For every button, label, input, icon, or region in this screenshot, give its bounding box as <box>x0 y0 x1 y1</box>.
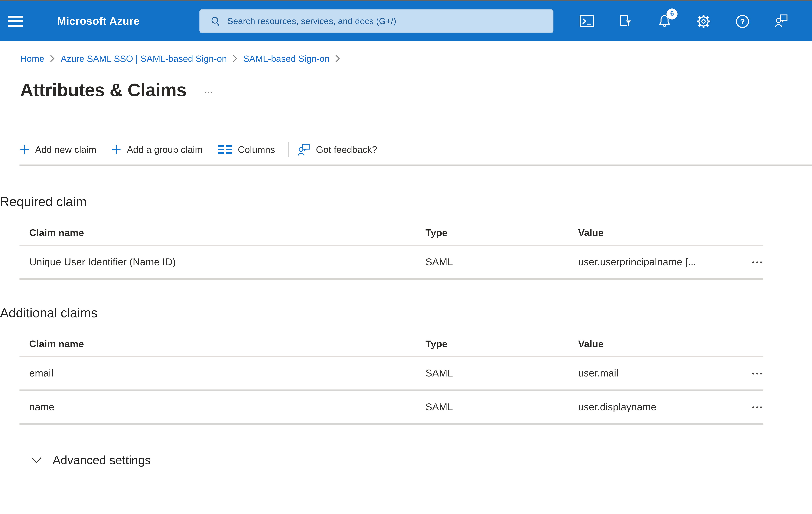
chevron-right-icon <box>233 55 237 62</box>
col-value: Value <box>578 227 747 238</box>
breadcrumb-saml-signon[interactable]: SAML-based Sign-on <box>243 51 330 66</box>
got-feedback-button[interactable]: Got feedback? <box>298 143 384 156</box>
global-search-box <box>199 9 553 33</box>
title-row: Attributes & Claims <box>20 77 812 103</box>
toolbar-separator <box>289 142 289 157</box>
azure-logo[interactable]: Microsoft Azure <box>57 15 140 27</box>
cell-value: user.displayname <box>578 401 747 413</box>
notifications-button[interactable]: 6 <box>653 7 676 35</box>
hamburger-icon <box>7 16 22 27</box>
ellipsis-icon <box>752 406 754 408</box>
cloud-shell-button[interactable] <box>575 7 598 35</box>
cell-type: SAML <box>426 256 578 268</box>
cell-type: SAML <box>426 401 578 413</box>
cell-value: user.userprincipalname [... <box>578 256 747 268</box>
cell-claim-name: email <box>29 368 426 379</box>
help-button[interactable]: ? <box>731 7 754 35</box>
add-group-claim-button[interactable]: Add a group claim <box>112 144 210 155</box>
add-group-claim-label: Add a group claim <box>127 144 203 155</box>
table-header-row: Claim name Type Value <box>20 338 763 357</box>
cell-claim-name: name <box>29 401 426 413</box>
feedback-button[interactable] <box>770 7 793 35</box>
table-row[interactable]: email SAML user.mail <box>20 357 763 391</box>
ellipsis-icon <box>752 261 754 263</box>
advanced-settings-toggle[interactable]: Advanced settings <box>31 453 151 467</box>
svg-text:?: ? <box>740 17 745 26</box>
add-new-claim-button[interactable]: Add new claim <box>20 144 104 155</box>
row-menu-button[interactable] <box>751 257 763 267</box>
azure-portal-page: Microsoft Azure <box>0 0 812 514</box>
window-top-edge <box>0 0 812 1</box>
topbar: Microsoft Azure <box>0 1 812 41</box>
search-input[interactable] <box>226 16 546 27</box>
toolbar-divider <box>20 164 812 166</box>
gear-icon <box>696 14 710 28</box>
required-claim-heading: Required claim <box>0 193 812 211</box>
breadcrumb: Home Azure SAML SSO | SAML-based Sign-on… <box>20 51 812 66</box>
more-options-button[interactable] <box>202 89 215 96</box>
filter-icon <box>619 15 632 28</box>
person-feedback-icon <box>774 14 789 28</box>
notification-badge: 6 <box>666 8 677 19</box>
col-value: Value <box>578 338 747 349</box>
advanced-settings-label: Advanced settings <box>53 453 151 467</box>
ellipsis-icon <box>205 92 206 93</box>
cell-claim-name: Unique User Identifier (Name ID) <box>29 256 426 268</box>
chevron-right-icon <box>50 55 55 62</box>
got-feedback-label: Got feedback? <box>316 144 377 155</box>
row-menu-button[interactable] <box>751 368 763 378</box>
additional-claims-table: Claim name Type Value email SAML user.ma… <box>20 338 763 425</box>
required-claim-section: Required claim Claim name Type Value Uni… <box>0 193 812 279</box>
chevron-right-icon <box>336 55 340 62</box>
columns-label: Columns <box>238 144 275 155</box>
table-row[interactable]: Unique User Identifier (Name ID) SAML us… <box>20 246 763 279</box>
feedback-person-icon <box>298 143 310 156</box>
col-claim-name: Claim name <box>29 227 426 238</box>
additional-claims-section: Additional claims Claim name Type Value … <box>0 304 812 425</box>
table-row[interactable]: name SAML user.displayname <box>20 391 763 425</box>
cell-value: user.mail <box>578 368 747 379</box>
required-claim-table: Claim name Type Value Unique User Identi… <box>20 227 763 279</box>
settings-button[interactable] <box>692 7 715 35</box>
breadcrumb-home[interactable]: Home <box>20 51 44 66</box>
col-claim-name: Claim name <box>29 338 426 349</box>
directory-filter-button[interactable] <box>614 7 637 35</box>
col-type: Type <box>426 338 578 349</box>
col-type: Type <box>426 227 578 238</box>
command-toolbar: Add new claim Add a group claim Columns <box>20 140 812 159</box>
search-icon <box>210 16 221 26</box>
topbar-icon-group: 6 <box>575 1 793 41</box>
help-icon: ? <box>735 14 750 28</box>
plus-icon <box>112 145 121 154</box>
add-new-claim-label: Add new claim <box>35 144 96 155</box>
cloud-shell-icon <box>579 15 594 27</box>
columns-icon <box>219 145 232 154</box>
plus-icon <box>20 145 29 154</box>
hamburger-menu-button[interactable] <box>0 1 30 41</box>
columns-button[interactable]: Columns <box>219 144 282 155</box>
table-header-row: Claim name Type Value <box>20 227 763 246</box>
additional-claims-heading: Additional claims <box>0 304 812 322</box>
cell-type: SAML <box>426 368 578 379</box>
page-title: Attributes & Claims <box>20 77 186 103</box>
row-menu-button[interactable] <box>751 402 763 412</box>
ellipsis-icon <box>752 372 754 374</box>
chevron-down-icon <box>31 457 41 464</box>
breadcrumb-app[interactable]: Azure SAML SSO | SAML-based Sign-on <box>61 51 227 66</box>
